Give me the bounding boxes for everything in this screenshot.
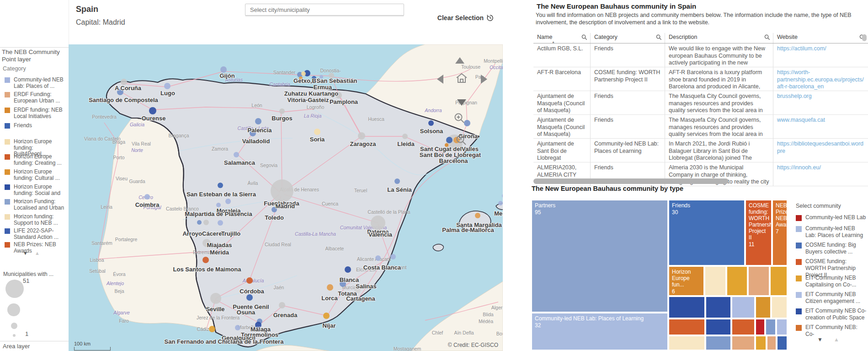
map-dot[interactable] (402, 134, 408, 139)
map-dot[interactable] (345, 266, 351, 273)
treemap-cell[interactable] (767, 336, 776, 350)
pan-up-icon[interactable] (455, 57, 464, 64)
map-dot[interactable] (327, 284, 333, 291)
treemap-block[interactable]: Partners95 (532, 200, 668, 312)
treemap-block[interactable]: COSME funding: WORTH Partnership Project… (746, 200, 772, 265)
map-city-label[interactable]: Lugo (160, 90, 175, 97)
zoom-out-icon[interactable] (455, 134, 467, 148)
map-dot[interactable] (498, 201, 503, 205)
map-dot[interactable] (475, 213, 480, 218)
column-header-website[interactable]: Website (773, 33, 868, 43)
sidebar-legend-item[interactable]: ERDF funding: NEB Local Initiatives (5, 107, 65, 119)
table-row[interactable]: Ajuntament de Sant Boi de LlobregatCommu… (533, 139, 868, 162)
treemap-cell[interactable] (705, 266, 726, 296)
map-city-label[interactable]: Coimbra (135, 201, 160, 208)
map-city-label[interactable]: La Sénia (387, 186, 411, 193)
website-link[interactable]: https://worth-partnership.ec.europa.eu/p… (777, 69, 864, 90)
table-row[interactable]: Actilum RGB, S.L.FriendsWe would like to… (533, 43, 868, 67)
pan-down-icon[interactable] (457, 99, 466, 106)
legend-page-up-icon[interactable]: ▲ (35, 250, 40, 256)
map-city-label[interactable]: Pamplona (330, 98, 358, 105)
map-city-label[interactable]: Solsona (420, 128, 443, 135)
map-city-label[interactable]: Ermua (314, 84, 332, 91)
map-dot[interactable] (301, 71, 306, 76)
map-dot[interactable] (210, 293, 221, 304)
website-link[interactable]: https://actilum.com/ (777, 45, 826, 52)
map-city-label[interactable]: Toledo (265, 214, 284, 221)
treemap-cell[interactable] (669, 319, 705, 335)
treemap-block[interactable]: Horizon Europe fun...6 (669, 266, 704, 296)
website-link[interactable]: brusshelp.org (777, 93, 812, 99)
treemap-cell[interactable] (732, 336, 755, 350)
treemap-cell[interactable] (727, 266, 747, 296)
map-dot[interactable] (246, 294, 253, 301)
map-city-label[interactable]: Salinas (356, 283, 377, 290)
map-city-label[interactable]: Lleida (397, 140, 415, 147)
map-city-label[interactable]: Menorca (494, 210, 503, 217)
treemap-cell[interactable] (756, 319, 765, 335)
sidebar-legend-item[interactable]: Friends (5, 123, 65, 129)
search-icon[interactable] (764, 34, 770, 42)
map-city-label[interactable]: San Esteban de la Sierra (186, 191, 256, 198)
map-city-label[interactable]: Burgos (272, 115, 293, 122)
map-dot[interactable] (323, 313, 330, 319)
treemap-cell[interactable] (766, 319, 776, 335)
column-header-description[interactable]: Description (665, 33, 773, 43)
website-link[interactable]: https://innooh.eu/ (777, 164, 821, 171)
website-link[interactable]: www.masquefa.cat (777, 117, 825, 123)
pan-left-icon[interactable] (437, 75, 443, 84)
map-city-label[interactable]: Costa Blanca (363, 264, 401, 271)
map-city-label[interactable]: Ourense (142, 115, 166, 122)
map-dot[interactable] (255, 118, 261, 124)
treemap-legend-item[interactable]: EIT Community NEB: Co- (796, 324, 867, 338)
map-city-label[interactable]: Grenada (273, 312, 298, 319)
map-dot[interactable] (235, 325, 240, 330)
map-dot[interactable] (271, 179, 293, 202)
map-city-label[interactable]: Vitoria-Gasteiz (288, 97, 329, 103)
map-dot[interactable] (216, 203, 221, 207)
map-city-label[interactable]: Palma de Mallorca (442, 227, 494, 233)
map-city-label[interactable]: Seville (206, 306, 224, 313)
treemap-legend-item[interactable]: EIT Community NEB Citizen engagement ... (796, 291, 867, 305)
sidebar-legend-item[interactable]: Horizon Europe funding: Creating ... (5, 154, 65, 166)
map-dot[interactable] (203, 220, 209, 225)
treemap-legend-item[interactable]: Community-led NEB Lab (796, 214, 867, 221)
map-dot[interactable] (218, 220, 223, 226)
vertical-scrollbar[interactable] (862, 34, 867, 41)
map-city-label[interactable]: Barcelona (439, 157, 468, 164)
map-city-label[interactable]: San Sebastián (317, 77, 357, 84)
map-city-label[interactable]: Córdoba (240, 288, 264, 295)
map-dot[interactable] (234, 152, 239, 157)
city-search-input[interactable] (245, 4, 404, 16)
sidebar-legend-item[interactable]: LIFE 2022-SAP-Standard Action ... (5, 228, 65, 240)
horizontal-scrollbar[interactable] (533, 178, 729, 184)
treemap-cell[interactable] (777, 319, 787, 335)
treemap-legend-item[interactable]: EIT Community NEB Co-creation of Public … (796, 308, 867, 321)
map-city-label[interactable]: Malpartida de Plasencia (185, 211, 252, 217)
map-city-label[interactable]: Santiago de Compostela (89, 97, 158, 103)
treemap-cell[interactable] (706, 319, 731, 335)
treemap-cell[interactable] (669, 336, 705, 350)
treemap-cell[interactable] (772, 297, 787, 318)
treemap-cell[interactable] (756, 336, 766, 350)
map-dot[interactable] (164, 83, 170, 89)
map-dot[interactable] (218, 183, 223, 188)
sidebar-legend-item[interactable]: Horizon Europe funding: Cultural ... (5, 169, 65, 181)
map-city-label[interactable]: Gijón (219, 72, 234, 79)
pan-right-icon[interactable] (481, 75, 487, 84)
map-city-label[interactable]: San Fernando and Chiclana de la Frontera (165, 338, 284, 345)
treemap-cell[interactable] (706, 336, 731, 350)
map-dot[interactable] (209, 326, 215, 332)
map-dot[interactable] (149, 107, 156, 114)
map-city-label[interactable]: ArroyoCáceres (182, 230, 225, 237)
map-dot[interactable] (394, 178, 400, 184)
table-row[interactable]: Ajuntament de Masquefa (Council of Masqu… (533, 91, 868, 115)
map-city-label[interactable]: Miajadas (207, 242, 232, 248)
treemap-legend-page-up-icon[interactable]: ▲ (834, 336, 839, 343)
table-row[interactable]: AFT-R BarcelonaCOSME funding: WORTH Part… (533, 67, 868, 91)
map-dot[interactable] (144, 194, 150, 200)
sidebar-legend-item[interactable]: Horizon funding: Support to NEB ... (5, 214, 65, 226)
treemap-cell[interactable] (732, 319, 755, 335)
treemap-cell[interactable] (669, 297, 705, 318)
treemap-legend-item[interactable]: COSME funding: Big Buyers collective ... (796, 242, 867, 255)
